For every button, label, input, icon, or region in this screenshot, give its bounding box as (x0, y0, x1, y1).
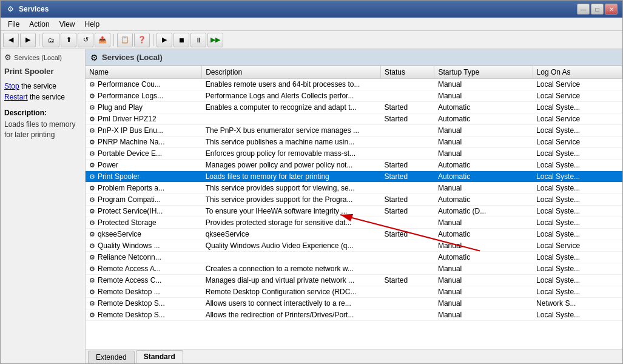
table-row[interactable]: ⚙Quality Windows ...Quality Windows Audi… (86, 240, 622, 252)
service-desc-cell: Manages dial-up and virtual private netw… (202, 275, 381, 286)
service-desc-cell: The PnP-X bus enumerator service manages… (202, 125, 381, 136)
restart-service-button[interactable]: ▶▶ (207, 33, 223, 47)
table-row[interactable]: ⚙Performance Cou...Enables remote users … (86, 79, 622, 90)
service-logon-cell: Local Syste... (533, 148, 622, 160)
service-desc-cell: This service provides support for viewin… (202, 183, 381, 194)
properties-button[interactable]: 📋 (117, 33, 133, 47)
service-icon: ⚙ (89, 81, 95, 88)
table-row[interactable]: ⚙Plug and PlayEnables a computer to reco… (86, 102, 622, 113)
service-name-cell: Portable Device E... (98, 149, 162, 158)
forward-button[interactable]: ▶ (20, 33, 36, 47)
table-row[interactable]: ⚙qkseeServiceqkseeServiceStartedAutomati… (86, 229, 622, 240)
service-startup-cell: Automatic (434, 160, 533, 171)
tab-extended[interactable]: Extended (88, 351, 135, 363)
service-desc-cell: Enables remote users and 64-bit processe… (202, 79, 381, 90)
menu-action[interactable]: Action (24, 19, 54, 30)
service-startup-cell: Manual (434, 90, 533, 102)
service-startup-cell: Automatic (434, 229, 533, 240)
service-icon: ⚙ (89, 127, 95, 134)
table-row[interactable]: ⚙Portable Device E...Enforces group poli… (86, 148, 622, 160)
service-status-cell (380, 136, 434, 148)
service-startup-cell: Automatic (434, 113, 533, 125)
service-name-cell: Protected Storage (98, 218, 157, 227)
col-description[interactable]: Description (202, 66, 381, 79)
col-logon[interactable]: Log On As (533, 66, 622, 79)
service-status-cell (380, 125, 434, 136)
service-name-cell: Plug and Play (98, 103, 143, 112)
col-status[interactable]: Status (380, 66, 434, 79)
show-hide-tree[interactable]: 🗂 (42, 33, 59, 47)
service-status-cell: Started (380, 171, 434, 183)
table-row[interactable]: ⚙Performance Logs...Performance Logs and… (86, 90, 622, 102)
left-panel-nav: ⚙ Services (Local) (4, 53, 81, 62)
service-logon-cell: Local Syste... (533, 171, 622, 183)
help-button[interactable]: ❓ (134, 33, 150, 47)
col-startup[interactable]: Startup Type (434, 66, 533, 79)
service-name-cell: Program Compati... (98, 195, 161, 204)
table-row[interactable]: ⚙Pml Driver HPZ12StartedAutomaticLocal S… (86, 113, 622, 125)
stop-service-button[interactable]: ⏹ (173, 33, 189, 47)
service-status-cell: Started (380, 160, 434, 171)
service-logon-cell: Local Syste... (533, 102, 622, 113)
service-name-cell: PNRP Machine Na... (98, 138, 165, 146)
table-row[interactable]: ⚙PowerManages power policy and power pol… (86, 160, 622, 171)
pause-service-button[interactable]: ⏸ (190, 33, 206, 47)
table-row[interactable]: ⚙Reliance Netconn...AutomaticLocal Syste… (86, 252, 622, 263)
right-panel-header: ⚙ Services (Local) (86, 49, 622, 66)
up-button[interactable]: ⬆ (61, 33, 76, 47)
service-desc-cell: Loads files to memory for later printing (202, 171, 381, 183)
table-row[interactable]: ⚙PNRP Machine Na...This service publishe… (86, 136, 622, 148)
service-status-cell (380, 90, 434, 102)
service-desc-cell: Remote Desktop Configuration service (RD… (202, 286, 381, 298)
restart-service-link-container: Restart the service (4, 93, 81, 101)
service-desc-cell: This service publishes a machine name us… (202, 136, 381, 148)
service-startup-cell: Automatic (434, 171, 533, 183)
stop-service-link[interactable]: Stop (4, 82, 19, 90)
table-row[interactable]: ⚙Print SpoolerLoads files to memory for … (86, 171, 622, 183)
service-desc-cell (202, 252, 381, 263)
toolbar-separator-1 (39, 34, 39, 46)
service-icon: ⚙ (89, 231, 95, 238)
menu-file[interactable]: File (3, 19, 24, 30)
service-desc-cell: Manages power policy and power policy no… (202, 160, 381, 171)
table-row[interactable]: ⚙Remote Desktop ...Remote Desktop Config… (86, 286, 622, 298)
service-logon-cell: Local Syste... (533, 183, 622, 194)
tab-standard[interactable]: Standard (136, 350, 183, 363)
service-desc-cell: Performance Logs and Alerts Collects per… (202, 90, 381, 102)
table-row[interactable]: ⚙Remote Desktop S...Allows users to conn… (86, 298, 622, 309)
close-button[interactable]: ✕ (605, 4, 618, 15)
minimize-button[interactable]: — (577, 4, 590, 15)
table-row[interactable]: ⚙Remote Desktop S...Allows the redirecti… (86, 309, 622, 321)
table-row[interactable]: ⚙Problem Reports a...This service provid… (86, 183, 622, 194)
service-status-cell: Started (380, 275, 434, 286)
start-service-button[interactable]: ▶ (157, 33, 172, 47)
maximize-button[interactable]: □ (591, 4, 604, 15)
restart-service-link[interactable]: Restart (4, 93, 28, 101)
col-name[interactable]: Name (86, 66, 202, 79)
services-table-container[interactable]: Name Description Status Startup Type Log… (86, 66, 622, 349)
service-icon: ⚙ (89, 311, 95, 318)
service-icon: ⚙ (89, 161, 95, 169)
export-button[interactable]: 📤 (95, 33, 110, 47)
service-icon: ⚙ (89, 300, 95, 307)
service-status-cell (380, 263, 434, 275)
service-logon-cell: Network S... (533, 298, 622, 309)
table-row[interactable]: ⚙Remote Access A...Creates a connection … (86, 263, 622, 275)
title-bar: ⚙ Services — □ ✕ (1, 1, 622, 18)
service-name-cell: Problem Reports a... (98, 184, 164, 192)
service-logon-cell: Local Syste... (533, 286, 622, 298)
service-status-cell: Started (380, 229, 434, 240)
menu-view[interactable]: View (55, 19, 80, 30)
services-table: Name Description Status Startup Type Log… (86, 66, 622, 321)
back-button[interactable]: ◀ (3, 33, 19, 47)
refresh-button[interactable]: ↺ (78, 33, 93, 47)
service-icon: ⚙ (89, 138, 95, 146)
table-row[interactable]: ⚙Protected StorageProvides protected sto… (86, 217, 622, 229)
table-row[interactable]: ⚙PnP-X IP Bus Enu...The PnP-X bus enumer… (86, 125, 622, 136)
table-row[interactable]: ⚙Remote Access C...Manages dial-up and v… (86, 275, 622, 286)
menu-help[interactable]: Help (80, 19, 105, 30)
service-startup-cell: Manual (434, 298, 533, 309)
table-row[interactable]: ⚙Protect Service(IH...To ensure your IHe… (86, 206, 622, 217)
table-row[interactable]: ⚙Program Compati...This service provides… (86, 194, 622, 206)
toolbar-separator-2 (113, 34, 114, 46)
